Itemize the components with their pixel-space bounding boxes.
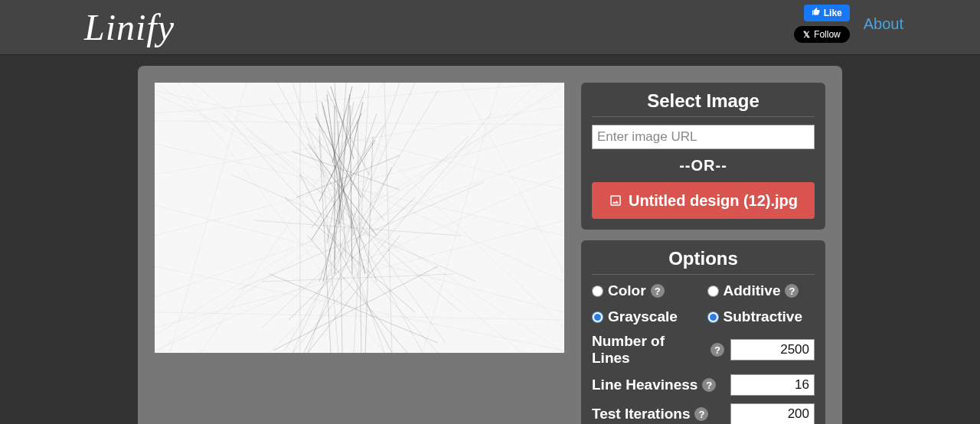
x-icon: 𝕏 (803, 26, 810, 43)
num-lines-input[interactable] (730, 339, 815, 360)
facebook-like-label: Like (824, 5, 842, 21)
help-icon[interactable]: ? (710, 343, 724, 357)
or-label: --OR-- (592, 157, 815, 174)
additive-radio-row[interactable]: Additive ? (707, 282, 815, 299)
grayscale-label: Grayscale (608, 308, 678, 325)
top-right-controls: Like 𝕏 Follow About (794, 5, 903, 43)
image-url-input[interactable] (592, 125, 815, 149)
subtractive-radio-row[interactable]: Subtractive (707, 308, 815, 325)
test-iterations-row: Test Iterations ? (592, 403, 815, 424)
help-icon[interactable]: ? (702, 378, 716, 392)
select-image-panel: Select Image --OR-- Untitled design (12)… (581, 83, 825, 230)
options-title: Options (592, 248, 815, 274)
help-icon[interactable]: ? (785, 284, 799, 298)
x-follow-button[interactable]: 𝕏 Follow (794, 26, 850, 43)
color-radio[interactable] (592, 285, 603, 297)
subtractive-radio[interactable] (707, 311, 719, 323)
color-label: Color (608, 282, 646, 299)
options-radio-grid: Color ? Additive ? Grayscale Subtractive (592, 282, 815, 325)
additive-label: Additive (724, 282, 781, 299)
subtractive-label: Subtractive (724, 308, 802, 325)
file-button-label: Untitled design (12).jpg (629, 192, 798, 210)
line-heaviness-input[interactable] (730, 374, 815, 396)
main-container: Select Image --OR-- Untitled design (12)… (138, 66, 842, 424)
app-logo: Linify (84, 6, 175, 48)
file-upload-button[interactable]: Untitled design (12).jpg (592, 182, 815, 219)
line-heaviness-row: Line Heaviness ? (592, 374, 815, 396)
divider (592, 116, 815, 117)
line-art-preview (155, 83, 564, 353)
color-radio-row[interactable]: Color ? (592, 282, 700, 299)
image-file-icon (609, 194, 622, 207)
help-icon[interactable]: ? (651, 284, 665, 298)
preview-wrap (155, 83, 564, 424)
social-buttons: Like 𝕏 Follow (794, 5, 850, 43)
grayscale-radio-row[interactable]: Grayscale (592, 308, 700, 325)
top-bar: Linify Like 𝕏 Follow About (0, 0, 980, 55)
divider (592, 274, 815, 275)
select-image-title: Select Image (592, 90, 815, 116)
options-panel: Options Color ? Additive ? Grayscale (581, 240, 825, 424)
test-iterations-input[interactable] (730, 403, 815, 424)
facebook-like-button[interactable]: Like (804, 5, 850, 21)
test-iterations-label: Test Iterations (592, 406, 690, 422)
additive-radio[interactable] (707, 285, 719, 297)
thumbs-up-icon (812, 5, 821, 21)
line-heaviness-label: Line Heaviness (592, 377, 697, 393)
num-lines-label: Number of Lines (592, 333, 706, 367)
x-follow-label: Follow (814, 26, 841, 43)
num-lines-row: Number of Lines ? (592, 333, 815, 367)
side-panels: Select Image --OR-- Untitled design (12)… (581, 83, 825, 424)
about-link[interactable]: About (864, 15, 903, 33)
grayscale-radio[interactable] (592, 311, 603, 323)
help-icon[interactable]: ? (694, 407, 708, 421)
